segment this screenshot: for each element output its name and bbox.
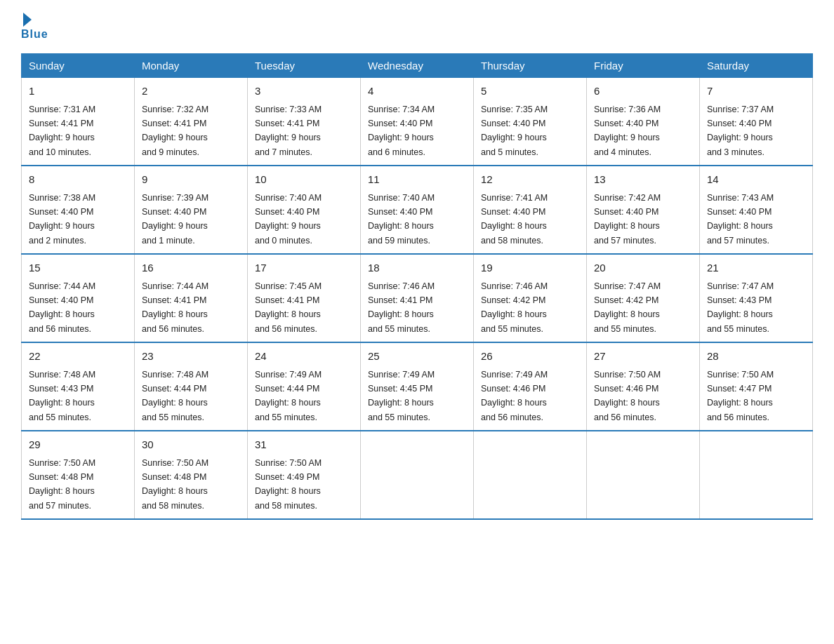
calendar-cell: 8 Sunrise: 7:38 AMSunset: 4:40 PMDayligh… <box>22 166 135 254</box>
day-number: 9 <box>142 172 240 188</box>
calendar-cell <box>361 431 474 519</box>
calendar-cell: 21 Sunrise: 7:47 AMSunset: 4:43 PMDaylig… <box>700 254 813 342</box>
calendar-body: 1 Sunrise: 7:31 AMSunset: 4:41 PMDayligh… <box>22 78 813 520</box>
day-info: Sunrise: 7:33 AMSunset: 4:41 PMDaylight:… <box>255 105 322 157</box>
calendar-cell: 23 Sunrise: 7:48 AMSunset: 4:44 PMDaylig… <box>135 342 248 431</box>
day-info: Sunrise: 7:50 AMSunset: 4:48 PMDaylight:… <box>142 458 208 511</box>
weekday-header-monday: Monday <box>135 54 248 78</box>
calendar-cell: 9 Sunrise: 7:39 AMSunset: 4:40 PMDayligh… <box>135 166 248 254</box>
day-info: Sunrise: 7:50 AMSunset: 4:46 PMDaylight:… <box>594 370 661 422</box>
day-info: Sunrise: 7:46 AMSunset: 4:41 PMDaylight:… <box>368 281 435 334</box>
day-number: 14 <box>707 172 805 188</box>
day-number: 22 <box>29 349 127 365</box>
day-number: 23 <box>142 349 240 365</box>
calendar-cell: 12 Sunrise: 7:41 AMSunset: 4:40 PMDaylig… <box>474 166 587 254</box>
page-header: Blue <box>21 14 813 41</box>
day-info: Sunrise: 7:50 AMSunset: 4:48 PMDaylight:… <box>29 458 95 511</box>
day-number: 15 <box>29 260 127 276</box>
calendar-cell <box>700 431 813 519</box>
logo: Blue <box>21 14 48 41</box>
day-number: 25 <box>368 349 466 365</box>
day-number: 18 <box>368 260 466 276</box>
calendar-cell: 29 Sunrise: 7:50 AMSunset: 4:48 PMDaylig… <box>22 431 135 519</box>
weekday-header-sunday: Sunday <box>22 54 135 78</box>
weekday-header-tuesday: Tuesday <box>248 54 361 78</box>
logo-underline: Blue <box>21 28 48 41</box>
day-info: Sunrise: 7:49 AMSunset: 4:46 PMDaylight:… <box>481 370 548 422</box>
day-info: Sunrise: 7:39 AMSunset: 4:40 PMDaylight:… <box>142 193 208 246</box>
day-number: 6 <box>594 83 692 100</box>
week-row-3: 15 Sunrise: 7:44 AMSunset: 4:40 PMDaylig… <box>22 254 813 342</box>
calendar-cell: 18 Sunrise: 7:46 AMSunset: 4:41 PMDaylig… <box>361 254 474 342</box>
calendar-cell: 1 Sunrise: 7:31 AMSunset: 4:41 PMDayligh… <box>22 78 135 166</box>
weekday-header-thursday: Thursday <box>474 54 587 78</box>
day-number: 13 <box>594 172 692 188</box>
day-number: 5 <box>481 83 579 100</box>
day-info: Sunrise: 7:47 AMSunset: 4:42 PMDaylight:… <box>594 281 661 334</box>
calendar-cell: 3 Sunrise: 7:33 AMSunset: 4:41 PMDayligh… <box>248 78 361 166</box>
day-number: 29 <box>29 437 127 453</box>
weekday-header-wednesday: Wednesday <box>361 54 474 78</box>
day-info: Sunrise: 7:48 AMSunset: 4:43 PMDaylight:… <box>29 370 95 422</box>
calendar-cell: 7 Sunrise: 7:37 AMSunset: 4:40 PMDayligh… <box>700 78 813 166</box>
calendar-cell: 22 Sunrise: 7:48 AMSunset: 4:43 PMDaylig… <box>22 342 135 431</box>
day-info: Sunrise: 7:36 AMSunset: 4:40 PMDaylight:… <box>594 105 661 157</box>
day-info: Sunrise: 7:43 AMSunset: 4:40 PMDaylight:… <box>707 193 774 246</box>
day-info: Sunrise: 7:42 AMSunset: 4:40 PMDaylight:… <box>594 193 661 246</box>
day-number: 16 <box>142 260 240 276</box>
calendar-cell: 25 Sunrise: 7:49 AMSunset: 4:45 PMDaylig… <box>361 342 474 431</box>
day-number: 21 <box>707 260 805 276</box>
day-info: Sunrise: 7:44 AMSunset: 4:41 PMDaylight:… <box>142 281 208 334</box>
day-info: Sunrise: 7:41 AMSunset: 4:40 PMDaylight:… <box>481 193 548 246</box>
week-row-2: 8 Sunrise: 7:38 AMSunset: 4:40 PMDayligh… <box>22 166 813 254</box>
calendar-cell: 6 Sunrise: 7:36 AMSunset: 4:40 PMDayligh… <box>587 78 700 166</box>
weekday-row: SundayMondayTuesdayWednesdayThursdayFrid… <box>22 54 813 78</box>
calendar-cell <box>474 431 587 519</box>
day-number: 20 <box>594 260 692 276</box>
day-number: 11 <box>368 172 466 188</box>
day-number: 31 <box>255 437 353 453</box>
day-info: Sunrise: 7:45 AMSunset: 4:41 PMDaylight:… <box>255 281 322 334</box>
day-info: Sunrise: 7:49 AMSunset: 4:45 PMDaylight:… <box>368 370 435 422</box>
calendar-cell: 13 Sunrise: 7:42 AMSunset: 4:40 PMDaylig… <box>587 166 700 254</box>
day-number: 8 <box>29 172 127 188</box>
day-number: 2 <box>142 83 240 100</box>
calendar-cell: 20 Sunrise: 7:47 AMSunset: 4:42 PMDaylig… <box>587 254 700 342</box>
day-info: Sunrise: 7:49 AMSunset: 4:44 PMDaylight:… <box>255 370 322 422</box>
day-info: Sunrise: 7:40 AMSunset: 4:40 PMDaylight:… <box>368 193 435 246</box>
calendar-cell: 10 Sunrise: 7:40 AMSunset: 4:40 PMDaylig… <box>248 166 361 254</box>
day-number: 19 <box>481 260 579 276</box>
weekday-header-saturday: Saturday <box>700 54 813 78</box>
day-info: Sunrise: 7:34 AMSunset: 4:40 PMDaylight:… <box>368 105 435 157</box>
day-info: Sunrise: 7:50 AMSunset: 4:47 PMDaylight:… <box>707 370 774 422</box>
week-row-1: 1 Sunrise: 7:31 AMSunset: 4:41 PMDayligh… <box>22 78 813 166</box>
day-info: Sunrise: 7:35 AMSunset: 4:40 PMDaylight:… <box>481 105 548 157</box>
day-number: 7 <box>707 83 805 100</box>
day-number: 4 <box>368 83 466 100</box>
day-info: Sunrise: 7:37 AMSunset: 4:40 PMDaylight:… <box>707 105 774 157</box>
day-number: 27 <box>594 349 692 365</box>
day-info: Sunrise: 7:40 AMSunset: 4:40 PMDaylight:… <box>255 193 322 246</box>
weekday-header-friday: Friday <box>587 54 700 78</box>
day-info: Sunrise: 7:48 AMSunset: 4:44 PMDaylight:… <box>142 370 208 422</box>
day-info: Sunrise: 7:38 AMSunset: 4:40 PMDaylight:… <box>29 193 95 246</box>
calendar-cell: 4 Sunrise: 7:34 AMSunset: 4:40 PMDayligh… <box>361 78 474 166</box>
day-info: Sunrise: 7:47 AMSunset: 4:43 PMDaylight:… <box>707 281 774 334</box>
calendar-cell: 30 Sunrise: 7:50 AMSunset: 4:48 PMDaylig… <box>135 431 248 519</box>
day-info: Sunrise: 7:31 AMSunset: 4:41 PMDaylight:… <box>29 105 95 157</box>
day-number: 10 <box>255 172 353 188</box>
calendar-header: SundayMondayTuesdayWednesdayThursdayFrid… <box>22 54 813 78</box>
calendar-cell: 28 Sunrise: 7:50 AMSunset: 4:47 PMDaylig… <box>700 342 813 431</box>
day-info: Sunrise: 7:44 AMSunset: 4:40 PMDaylight:… <box>29 281 95 334</box>
calendar-cell: 24 Sunrise: 7:49 AMSunset: 4:44 PMDaylig… <box>248 342 361 431</box>
calendar-cell: 26 Sunrise: 7:49 AMSunset: 4:46 PMDaylig… <box>474 342 587 431</box>
calendar-cell: 31 Sunrise: 7:50 AMSunset: 4:49 PMDaylig… <box>248 431 361 519</box>
day-number: 30 <box>142 437 240 453</box>
calendar-cell <box>587 431 700 519</box>
week-row-5: 29 Sunrise: 7:50 AMSunset: 4:48 PMDaylig… <box>22 431 813 519</box>
day-number: 26 <box>481 349 579 365</box>
calendar-cell: 17 Sunrise: 7:45 AMSunset: 4:41 PMDaylig… <box>248 254 361 342</box>
day-info: Sunrise: 7:32 AMSunset: 4:41 PMDaylight:… <box>142 105 208 157</box>
day-info: Sunrise: 7:50 AMSunset: 4:49 PMDaylight:… <box>255 458 322 511</box>
calendar-cell: 11 Sunrise: 7:40 AMSunset: 4:40 PMDaylig… <box>361 166 474 254</box>
